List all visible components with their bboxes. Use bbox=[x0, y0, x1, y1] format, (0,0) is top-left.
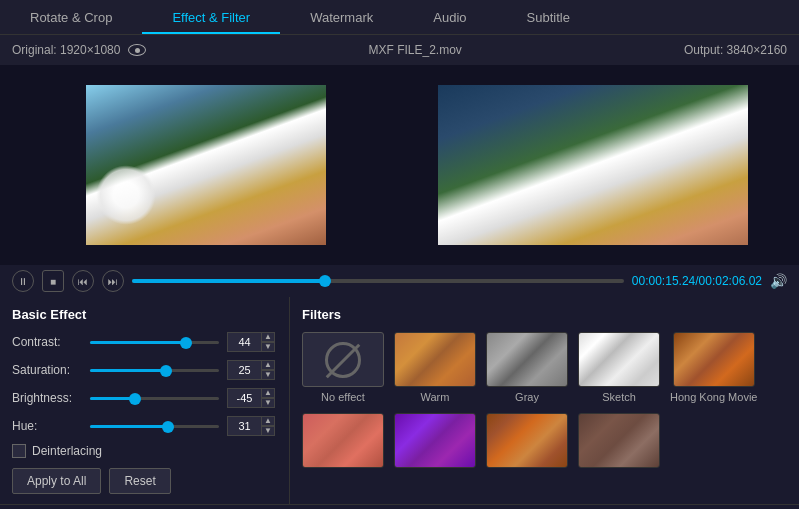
hue-label: Hue: bbox=[12, 419, 82, 433]
filter-thumb-hk bbox=[673, 332, 755, 387]
hue-down[interactable]: ▼ bbox=[261, 426, 275, 436]
contrast-down[interactable]: ▼ bbox=[261, 342, 275, 352]
brightness-slider[interactable] bbox=[90, 390, 219, 406]
basic-effect-title: Basic Effect bbox=[12, 307, 277, 322]
hue-input[interactable]: 31 bbox=[227, 416, 261, 436]
filter-purple[interactable] bbox=[394, 413, 476, 472]
filters-grid: No effect Warm Gray Sketch Hong Kong Mov… bbox=[302, 332, 787, 472]
filters-title: Filters bbox=[302, 307, 787, 322]
stop-button[interactable]: ■ bbox=[42, 270, 64, 292]
tab-audio[interactable]: Audio bbox=[403, 0, 496, 34]
contrast-slider[interactable] bbox=[90, 334, 219, 350]
tab-rotate-crop[interactable]: Rotate & Crop bbox=[0, 0, 142, 34]
output-resolution: Output: 3840×2160 bbox=[684, 43, 787, 57]
play-pause-button[interactable]: ⏸ bbox=[12, 270, 34, 292]
filters-panel: Filters No effect Warm Gray Sketch bbox=[290, 297, 799, 504]
filter-thumb-r2 bbox=[302, 413, 384, 468]
hue-slider[interactable] bbox=[90, 418, 219, 434]
filter-warm[interactable]: Warm bbox=[394, 332, 476, 403]
filter-label-sketch: Sketch bbox=[602, 391, 636, 403]
filter-thumb-no-effect bbox=[302, 332, 384, 387]
tab-effect-filter[interactable]: Effect & Filter bbox=[142, 0, 280, 34]
filter-r4[interactable] bbox=[578, 413, 660, 472]
reset-button[interactable]: Reset bbox=[109, 468, 170, 494]
bottom-panel: Basic Effect Contrast: 44 ▲ ▼ Saturation… bbox=[0, 297, 799, 504]
filter-thumb-purple bbox=[394, 413, 476, 468]
saturation-up[interactable]: ▲ bbox=[261, 360, 275, 370]
prev-frame-button[interactable]: ⏮ bbox=[72, 270, 94, 292]
time-display: 00:00:15.24/00:02:06.02 bbox=[632, 274, 762, 288]
contrast-row: Contrast: 44 ▲ ▼ bbox=[12, 332, 277, 352]
brightness-input[interactable]: -45 bbox=[227, 388, 261, 408]
filter-hk[interactable]: Hong Kong Movie bbox=[670, 332, 757, 403]
filter-gray[interactable]: Gray bbox=[486, 332, 568, 403]
brightness-spinner[interactable]: -45 ▲ ▼ bbox=[227, 388, 277, 408]
brightness-row: Brightness: -45 ▲ ▼ bbox=[12, 388, 277, 408]
hue-spinner[interactable]: 31 ▲ ▼ bbox=[227, 416, 277, 436]
brightness-up[interactable]: ▲ bbox=[261, 388, 275, 398]
filter-r3[interactable] bbox=[486, 413, 568, 472]
saturation-input[interactable]: 25 bbox=[227, 360, 261, 380]
filter-thumb-warm bbox=[394, 332, 476, 387]
controls-bar: ⏸ ■ ⏮ ⏭ 00:00:15.24/00:02:06.02 🔊 bbox=[0, 265, 799, 297]
video-thumb-right bbox=[438, 85, 748, 245]
tab-watermark[interactable]: Watermark bbox=[280, 0, 403, 34]
info-bar: Original: 1920×1080 MXF FILE_2.mov Outpu… bbox=[0, 35, 799, 65]
filter-r2[interactable] bbox=[302, 413, 384, 472]
video-thumb-left bbox=[86, 85, 326, 245]
deinterlace-checkbox[interactable] bbox=[12, 444, 26, 458]
volume-icon[interactable]: 🔊 bbox=[770, 273, 787, 289]
filter-label-warm: Warm bbox=[421, 391, 450, 403]
contrast-label: Contrast: bbox=[12, 335, 82, 349]
contrast-up[interactable]: ▲ bbox=[261, 332, 275, 342]
footer: OK Cancel bbox=[0, 504, 799, 509]
video-area bbox=[0, 65, 799, 265]
filename: MXF FILE_2.mov bbox=[368, 43, 461, 57]
progress-fill bbox=[132, 279, 329, 283]
brightness-down[interactable]: ▼ bbox=[261, 398, 275, 408]
tab-subtitle[interactable]: Subtitle bbox=[497, 0, 600, 34]
brightness-label: Brightness: bbox=[12, 391, 82, 405]
contrast-spinner[interactable]: 44 ▲ ▼ bbox=[227, 332, 277, 352]
filter-thumb-r3 bbox=[486, 413, 568, 468]
filter-label-gray: Gray bbox=[515, 391, 539, 403]
video-preview-left bbox=[12, 73, 400, 257]
original-resolution: Original: 1920×1080 bbox=[12, 43, 120, 57]
filter-sketch[interactable]: Sketch bbox=[578, 332, 660, 403]
saturation-slider[interactable] bbox=[90, 362, 219, 378]
next-frame-button[interactable]: ⏭ bbox=[102, 270, 124, 292]
filter-thumb-sketch bbox=[578, 332, 660, 387]
no-effect-icon bbox=[325, 342, 361, 378]
filter-thumb-gray bbox=[486, 332, 568, 387]
saturation-label: Saturation: bbox=[12, 363, 82, 377]
effect-panel: Basic Effect Contrast: 44 ▲ ▼ Saturation… bbox=[0, 297, 290, 504]
hue-up[interactable]: ▲ bbox=[261, 416, 275, 426]
deinterlace-row: Deinterlacing bbox=[12, 444, 277, 458]
filter-label-hk: Hong Kong Movie bbox=[670, 391, 757, 403]
filter-thumb-r4 bbox=[578, 413, 660, 468]
contrast-input[interactable]: 44 bbox=[227, 332, 261, 352]
progress-bar[interactable] bbox=[132, 279, 624, 283]
deinterlace-label: Deinterlacing bbox=[32, 444, 102, 458]
video-preview-right bbox=[400, 73, 788, 257]
hue-row: Hue: 31 ▲ ▼ bbox=[12, 416, 277, 436]
filter-no-effect[interactable]: No effect bbox=[302, 332, 384, 403]
saturation-spinner[interactable]: 25 ▲ ▼ bbox=[227, 360, 277, 380]
saturation-row: Saturation: 25 ▲ ▼ bbox=[12, 360, 277, 380]
eye-icon[interactable] bbox=[128, 44, 146, 56]
apply-to-all-button[interactable]: Apply to All bbox=[12, 468, 101, 494]
action-buttons: Apply to All Reset bbox=[12, 468, 277, 494]
saturation-down[interactable]: ▼ bbox=[261, 370, 275, 380]
filter-label-no-effect: No effect bbox=[321, 391, 365, 403]
tab-bar: Rotate & Crop Effect & Filter Watermark … bbox=[0, 0, 799, 35]
progress-thumb[interactable] bbox=[319, 275, 331, 287]
